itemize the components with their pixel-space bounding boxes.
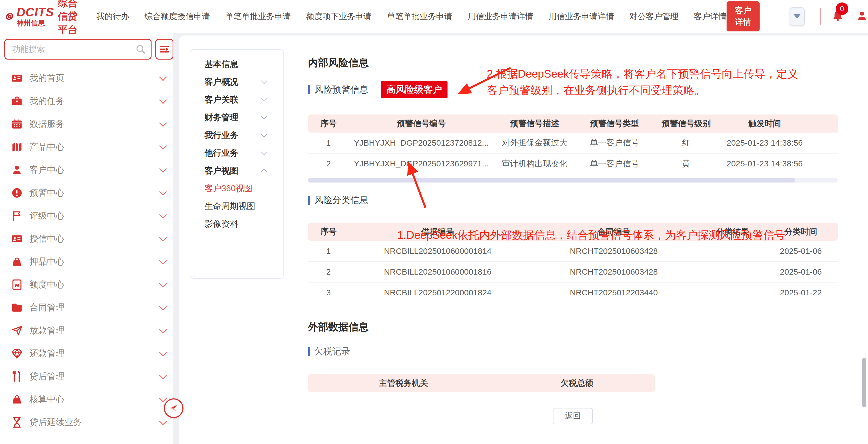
sidebar-collapse-button[interactable] xyxy=(164,398,184,418)
sidebar-item-label: 贷后延续业务 xyxy=(30,416,160,428)
back-button[interactable]: 返回 xyxy=(553,408,593,424)
notifications-button[interactable]: 0 xyxy=(831,9,844,23)
flag-icon xyxy=(11,210,23,222)
nav-item[interactable]: 综合额度授信申请 xyxy=(145,11,210,22)
nav-item[interactable]: 用信业务申请详情 xyxy=(468,11,533,22)
column-header: 预警信号类型 xyxy=(576,115,653,132)
chevron-down-icon xyxy=(159,257,167,265)
folder-icon xyxy=(11,302,23,314)
warning-table-hscrollbar[interactable] xyxy=(308,178,838,182)
warning-signal-table: 序号预警信号编号预警信号描述预警信号类型预警信号级别触发时间信1YJBHYJXH… xyxy=(308,115,838,174)
nav-item[interactable]: 我的待办 xyxy=(96,11,129,22)
table-row: 2YJBHYJXH_DGP20250123629971...审计机构出现变化单一… xyxy=(308,153,838,174)
chevron-down-icon xyxy=(159,234,167,241)
active-tab-customer-detail[interactable]: 客户详情 xyxy=(726,1,760,31)
sidebar-item-label: 合同管理 xyxy=(30,302,160,314)
alert-circle-icon xyxy=(11,187,23,199)
function-search-input[interactable] xyxy=(4,39,152,60)
submenu-item[interactable]: 我行业务 xyxy=(205,126,283,144)
submenu-item[interactable]: 客户关联 xyxy=(205,91,283,109)
nav-item[interactable]: 单笔单批业务申请 xyxy=(225,11,291,22)
submenu-child-label: 影像资料 xyxy=(205,218,262,230)
column-header: 序号 xyxy=(308,223,349,241)
chevron-down-icon xyxy=(159,119,167,127)
nav-item[interactable]: 用信业务申请详情 xyxy=(549,11,614,22)
table-cell: 2025-01-23 14:38:56 xyxy=(719,153,810,174)
table-cell: 1 xyxy=(308,241,349,262)
sidebar-item[interactable]: 额度中心 xyxy=(0,273,174,296)
sidebar-item[interactable]: 授信中心 xyxy=(0,227,174,250)
page-vscrollbar-thumb[interactable] xyxy=(862,358,866,407)
sidebar-item[interactable]: 我的任务 xyxy=(0,90,174,113)
column-header: 序号 xyxy=(308,115,349,132)
chevron-down-icon xyxy=(159,73,167,81)
submenu-child-item-active[interactable]: 客户360视图 xyxy=(205,179,283,197)
sidebar-item[interactable]: 贷后延续业务 xyxy=(0,411,174,434)
gem-icon xyxy=(11,348,23,360)
sidebar-item[interactable]: 贷后管理 xyxy=(0,365,174,388)
chevron-down-icon xyxy=(159,280,167,288)
sidebar-item[interactable]: 预警中心 xyxy=(0,181,174,204)
user-icon xyxy=(856,10,868,22)
menu-toggle-button[interactable] xyxy=(155,39,174,60)
submenu-item[interactable]: 客户概况 xyxy=(205,73,283,91)
submenu-item-label: 客户关联 xyxy=(205,94,262,106)
sidebar-item-label: 我的任务 xyxy=(30,95,160,107)
table-cell: 2025-01-22 xyxy=(764,282,838,303)
sidebar-item[interactable]: 还款管理 xyxy=(0,342,174,365)
user-menu-button[interactable] xyxy=(856,10,868,23)
table-row: 2NRCBILL2025010600001816NRCHT20250106034… xyxy=(308,262,838,282)
chevron-down-icon xyxy=(261,95,267,101)
sidebar-item[interactable]: 押品中心 xyxy=(0,250,174,273)
table-cell: 无 xyxy=(810,153,838,174)
chevron-down-icon xyxy=(159,349,167,356)
topbar: DCITS 神州信息 综合信贷平台 我的待办综合额度授信申请单笔单批业务申请额度… xyxy=(0,0,868,33)
submenu-item[interactable]: 财务管理 xyxy=(205,109,283,126)
table-cell: 2 xyxy=(308,153,349,174)
column-header: 预警信号编号 xyxy=(349,115,494,132)
table-cell: 单一客户信号 xyxy=(576,132,653,153)
sidebar-item-label: 客户中心 xyxy=(30,164,160,176)
submenu-item[interactable]: 他行业务 xyxy=(205,144,283,162)
column-header: 欠税总额 xyxy=(499,374,655,392)
section-bar xyxy=(308,85,310,94)
sidebar-item-label: 我的首页 xyxy=(30,72,160,84)
submenu-child-item[interactable]: 生命周期视图 xyxy=(205,197,283,215)
table-cell: NRCHT2025010603428 xyxy=(526,262,701,282)
primary-nav: 我的待办综合额度授信申请单笔单批业务申请额度项下业务申请单笔单批业务申请用信业务… xyxy=(96,11,726,22)
nav-item[interactable]: 单笔单批业务申请 xyxy=(387,11,453,22)
submenu-child-item[interactable]: 影像资料 xyxy=(205,215,283,233)
send-icon xyxy=(11,325,23,336)
id-card-icon xyxy=(11,233,23,245)
submenu-item[interactable]: 客户视图 xyxy=(205,162,283,179)
table-cell: 2025-01-06 xyxy=(764,241,838,262)
column-header: 主管税务机关 xyxy=(308,374,499,392)
submenu-item[interactable]: 基本信息 xyxy=(205,55,283,73)
sidebar-item[interactable]: 数据服务 xyxy=(0,113,174,136)
table-cell: 对外担保金额过大 xyxy=(494,132,576,153)
nav-item[interactable]: 对公客户管理 xyxy=(629,11,679,22)
sidebar-item[interactable]: 产品中心 xyxy=(0,136,174,158)
nav-item[interactable]: 客户详情 xyxy=(694,11,726,22)
annotation-note-2: 2.根据DeepSeek传导策略，将客户名下预警信号向上传导，定义 客户预警级别… xyxy=(487,66,798,98)
sidebar-item[interactable]: 客户中心 xyxy=(0,158,174,181)
sidebar-item[interactable]: 核算中心 xyxy=(0,388,174,411)
bag-icon xyxy=(11,256,23,268)
hourglass-icon xyxy=(11,416,23,428)
sidebar-item[interactable]: 评级中心 xyxy=(0,204,174,227)
table-cell: 黄 xyxy=(653,153,719,174)
submenu-child-label: 生命周期视图 xyxy=(205,201,262,212)
sidebar-item-label: 预警中心 xyxy=(30,187,160,199)
nav-item[interactable]: 额度项下业务申请 xyxy=(306,11,372,22)
table-cell: 3 xyxy=(308,282,349,303)
table-cell: NRCBILL2025012200001824 xyxy=(349,282,526,303)
tabs-dropdown-button[interactable] xyxy=(789,7,805,25)
hscrollbar-thumb[interactable] xyxy=(308,178,795,182)
sidebar-item[interactable]: 合同管理 xyxy=(0,296,174,319)
sidebar-item[interactable]: 放款管理 xyxy=(0,319,174,342)
content-card: 基本信息客户概况客户关联财务管理我行业务他行业务客户视图客户360视图生命周期视… xyxy=(179,35,868,444)
logo-company: 神州信息 xyxy=(17,20,54,27)
sidebar-item[interactable]: 我的首页 xyxy=(0,67,174,90)
chevron-up-icon xyxy=(261,169,267,175)
user-icon xyxy=(11,164,23,176)
